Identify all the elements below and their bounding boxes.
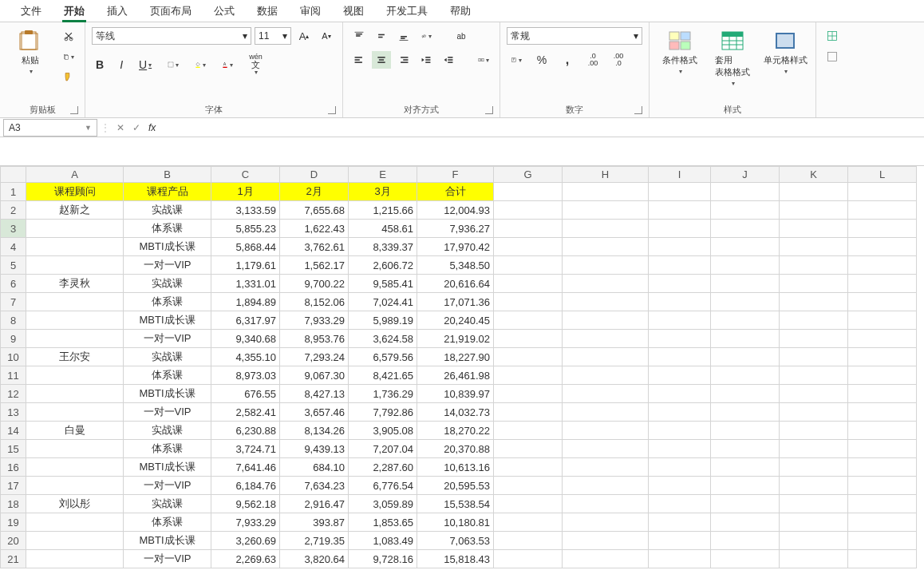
copy-button[interactable] — [59, 48, 78, 65]
cell[interactable]: 18,227.90 — [417, 348, 494, 366]
fx-icon[interactable]: fx — [148, 122, 156, 133]
cell[interactable] — [494, 256, 563, 275]
cell[interactable] — [26, 550, 124, 568]
cell[interactable] — [494, 422, 563, 440]
cell[interactable] — [848, 330, 917, 348]
cell[interactable] — [563, 348, 649, 366]
cell[interactable] — [780, 220, 848, 238]
cell[interactable]: 7,641.46 — [211, 458, 280, 477]
cell[interactable]: 10,180.81 — [417, 513, 494, 532]
align-center-button[interactable] — [372, 51, 391, 69]
row-header[interactable]: 14 — [1, 422, 26, 440]
cell[interactable] — [494, 385, 563, 403]
percent-button[interactable]: % — [532, 51, 551, 69]
cell[interactable] — [848, 293, 917, 311]
cell[interactable] — [711, 348, 780, 366]
cell[interactable] — [649, 550, 711, 568]
cell[interactable] — [848, 477, 917, 495]
cell[interactable] — [26, 256, 124, 275]
cell[interactable] — [711, 550, 780, 568]
cell[interactable]: 7,293.24 — [280, 348, 349, 366]
cell[interactable] — [563, 513, 649, 532]
fill-color-button[interactable] — [191, 56, 210, 73]
cell[interactable]: 6,184.76 — [211, 477, 280, 495]
cell[interactable] — [780, 366, 848, 385]
cell[interactable]: 赵新之 — [26, 201, 124, 220]
column-header[interactable]: L — [848, 167, 917, 183]
cell[interactable]: 实战课 — [124, 201, 211, 220]
cell[interactable]: 5,348.50 — [417, 256, 494, 275]
cell[interactable] — [494, 440, 563, 458]
cell[interactable] — [563, 532, 649, 550]
cell[interactable]: 7,063.53 — [417, 532, 494, 550]
cell[interactable] — [649, 422, 711, 440]
spreadsheet-grid[interactable]: ABCDEFGHIJKL1课程顾问课程产品1月2月3月合计2赵新之实战课3,13… — [0, 166, 924, 586]
underline-button[interactable]: U — [135, 56, 156, 73]
cell[interactable]: 9,728.16 — [349, 550, 417, 568]
cell[interactable] — [848, 495, 917, 513]
tab-页面布局[interactable]: 页面布局 — [139, 1, 203, 22]
cell[interactable]: 5,855.23 — [211, 220, 280, 238]
cell[interactable] — [26, 532, 124, 550]
cell[interactable] — [848, 201, 917, 220]
column-header[interactable]: K — [780, 167, 848, 183]
cell[interactable] — [711, 220, 780, 238]
cell[interactable]: 3月 — [349, 183, 417, 201]
decrease-font-button[interactable]: A▾ — [317, 27, 336, 45]
cell[interactable]: 一对一VIP — [124, 403, 211, 422]
enter-icon[interactable]: ✓ — [132, 122, 140, 133]
cell[interactable] — [780, 256, 848, 275]
cell[interactable] — [649, 403, 711, 422]
cell[interactable] — [494, 513, 563, 532]
number-format-select[interactable]: 常规▾ — [507, 27, 642, 45]
cell[interactable] — [649, 183, 711, 201]
cell[interactable]: 3,724.71 — [211, 440, 280, 458]
cell[interactable] — [563, 550, 649, 568]
cell[interactable]: 20,370.88 — [417, 440, 494, 458]
cell[interactable]: 7,207.04 — [349, 440, 417, 458]
cell[interactable]: 8,134.26 — [280, 422, 349, 440]
cell[interactable]: 1,622.43 — [280, 220, 349, 238]
cell[interactable]: 3,260.69 — [211, 532, 280, 550]
increase-font-button[interactable]: A▴ — [294, 27, 314, 45]
cell[interactable] — [711, 458, 780, 477]
cell[interactable]: 20,240.45 — [417, 311, 494, 330]
cell[interactable]: 1,853.65 — [349, 513, 417, 532]
cell[interactable] — [563, 201, 649, 220]
cell[interactable]: 20,616.64 — [417, 275, 494, 293]
comma-button[interactable]: , — [558, 51, 577, 69]
cell[interactable]: 8,953.76 — [280, 330, 349, 348]
cell[interactable]: 458.61 — [349, 220, 417, 238]
number-launcher-icon[interactable] — [634, 106, 642, 114]
cell[interactable] — [848, 458, 917, 477]
row-header[interactable]: 15 — [1, 440, 26, 458]
cell[interactable]: 9,340.68 — [211, 330, 280, 348]
cell[interactable] — [563, 275, 649, 293]
cell[interactable] — [563, 293, 649, 311]
cell[interactable]: 8,421.65 — [349, 366, 417, 385]
row-header[interactable]: 16 — [1, 458, 26, 477]
cell[interactable] — [780, 550, 848, 568]
cell[interactable] — [563, 458, 649, 477]
cell[interactable]: 2,287.60 — [349, 458, 417, 477]
cell[interactable] — [780, 385, 848, 403]
cell[interactable] — [780, 330, 848, 348]
cell[interactable]: 体系课 — [124, 366, 211, 385]
cell[interactable] — [494, 275, 563, 293]
conditional-format-button[interactable]: 条件格式 — [656, 27, 704, 77]
cell[interactable] — [848, 256, 917, 275]
cell[interactable] — [848, 366, 917, 385]
clipboard-launcher-icon[interactable] — [70, 106, 78, 114]
cell[interactable] — [26, 403, 124, 422]
cell[interactable] — [780, 532, 848, 550]
cell[interactable]: 9,562.18 — [211, 495, 280, 513]
row-header[interactable]: 20 — [1, 532, 26, 550]
cell[interactable] — [848, 422, 917, 440]
accounting-format-button[interactable]: ¥ — [507, 51, 526, 69]
cell[interactable]: 王尔安 — [26, 348, 124, 366]
cell[interactable] — [848, 440, 917, 458]
cell[interactable] — [711, 513, 780, 532]
cell[interactable]: 合计 — [417, 183, 494, 201]
cell[interactable]: 676.55 — [211, 385, 280, 403]
cell[interactable]: 21,919.02 — [417, 330, 494, 348]
